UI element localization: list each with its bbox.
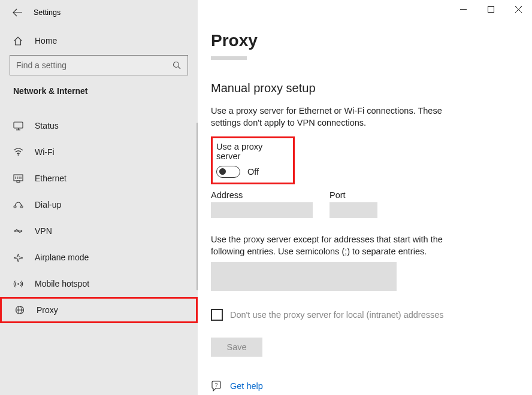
exceptions-description: Use the proxy server except for addresse…: [211, 233, 463, 258]
settings-window: Settings Home Network & Internet: [0, 0, 532, 395]
toggle-state: Off: [247, 167, 259, 177]
nav-list: Status Wi-Fi Ethernet Dial-up: [0, 113, 198, 323]
minimize-button[interactable]: [449, 0, 477, 18]
svg-rect-2: [14, 122, 23, 128]
content: Proxy Manual proxy setup Use a proxy ser…: [198, 0, 532, 391]
address-input[interactable]: [211, 202, 313, 218]
svg-point-0: [174, 62, 179, 67]
search-container: [0, 55, 198, 75]
help-icon: ?: [211, 381, 222, 391]
proxy-toggle[interactable]: [216, 166, 240, 178]
nav-label: Proxy: [37, 305, 58, 315]
ethernet-icon: [13, 174, 26, 183]
local-bypass-row: Don't use the proxy server for local (in…: [211, 309, 520, 321]
back-arrow-icon: [13, 8, 22, 17]
sidebar-item-wifi[interactable]: Wi-Fi: [0, 139, 198, 165]
save-button[interactable]: Save: [211, 338, 262, 357]
sidebar-item-dialup[interactable]: Dial-up: [0, 192, 198, 218]
home-label: Home: [35, 36, 57, 45]
sidebar-item-proxy[interactable]: Proxy: [0, 297, 198, 323]
help-link[interactable]: Get help: [230, 381, 263, 391]
title-underline: [211, 56, 247, 60]
window-controls: [449, 0, 532, 18]
proxy-toggle-group: Use a proxy server Off: [211, 136, 295, 184]
exceptions-input[interactable]: [211, 262, 397, 291]
dialup-icon: [13, 200, 26, 209]
home-icon: [13, 37, 26, 45]
svg-point-18: [17, 283, 19, 285]
hotspot-icon: [13, 279, 26, 288]
address-port-row: Address Port: [211, 190, 520, 218]
vpn-icon: [13, 227, 26, 235]
nav-label: Dial-up: [35, 200, 61, 209]
nav-label: Airplane mode: [35, 253, 89, 262]
port-label: Port: [330, 190, 377, 200]
address-label: Address: [211, 190, 313, 200]
sidebar-item-ethernet[interactable]: Ethernet: [0, 165, 198, 192]
home-nav[interactable]: Home: [0, 30, 198, 51]
status-icon: [13, 121, 26, 130]
sidebar-section-title: Network & Internet: [0, 75, 198, 102]
search-input[interactable]: [16, 60, 173, 70]
local-bypass-label: Don't use the proxy server for local (in…: [230, 310, 444, 320]
nav-label: Mobile hotspot: [35, 279, 89, 288]
maximize-button[interactable]: [477, 0, 504, 18]
svg-line-1: [179, 66, 181, 69]
search-box[interactable]: [10, 55, 188, 75]
svg-rect-23: [488, 6, 494, 12]
svg-text:?: ?: [214, 382, 217, 388]
local-bypass-checkbox[interactable]: [211, 309, 223, 321]
sidebar-item-status[interactable]: Status: [0, 113, 198, 139]
nav-label: Wi-Fi: [35, 147, 55, 157]
sidebar: Settings Home Network & Internet: [0, 0, 198, 395]
section-title: Manual proxy setup: [211, 81, 520, 95]
svg-rect-12: [14, 206, 16, 208]
section-description: Use a proxy server for Ethernet or Wi-Fi…: [211, 105, 468, 129]
nav-label: VPN: [35, 226, 52, 236]
svg-rect-7: [17, 181, 20, 183]
proxy-icon: [15, 305, 28, 315]
help-row: ? Get help: [211, 381, 520, 391]
toggle-knob: [219, 168, 226, 175]
titlebar: Settings: [0, 0, 198, 22]
svg-rect-6: [14, 175, 23, 181]
sidebar-item-hotspot[interactable]: Mobile hotspot: [0, 271, 198, 297]
svg-point-5: [18, 154, 19, 156]
close-button[interactable]: [504, 0, 532, 18]
toggle-label: Use a proxy server: [216, 142, 287, 161]
main-panel: Proxy Manual proxy setup Use a proxy ser…: [198, 0, 532, 395]
nav-label: Status: [35, 121, 59, 130]
nav-label: Ethernet: [35, 174, 66, 183]
back-button[interactable]: [12, 7, 23, 18]
sidebar-item-vpn[interactable]: VPN: [0, 218, 198, 244]
search-icon: [173, 61, 182, 70]
port-input[interactable]: [330, 202, 377, 218]
page-title: Proxy: [211, 31, 520, 50]
sidebar-item-airplane[interactable]: Airplane mode: [0, 244, 198, 271]
svg-rect-13: [20, 206, 23, 208]
airplane-icon: [13, 253, 26, 262]
window-title: Settings: [34, 8, 61, 17]
wifi-icon: [13, 148, 26, 156]
